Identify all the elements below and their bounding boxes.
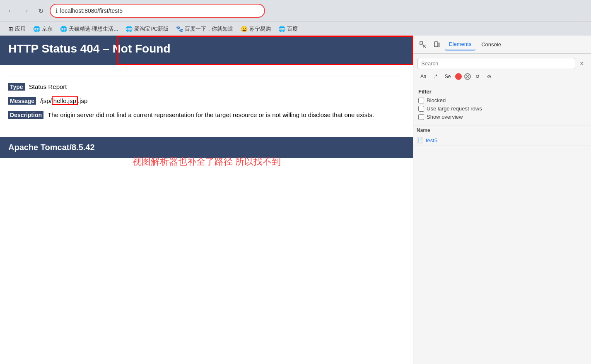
http-title: HTTP Status 404 – Not Found bbox=[8, 42, 171, 55]
message-section: Message /jsp/hello.jsp.jsp bbox=[8, 96, 405, 106]
baidu-icon: 🐾 bbox=[176, 26, 183, 32]
bookmark-label: 苏宁易购 bbox=[249, 25, 271, 33]
devtools-tabs: Elements Console bbox=[413, 36, 591, 54]
bookmark-label: 天猫精选-理想生活... bbox=[69, 25, 118, 33]
suning-icon: 😀 bbox=[241, 26, 248, 32]
bookmark-label: 百度一下，你就知道 bbox=[185, 25, 233, 33]
address-input[interactable] bbox=[60, 7, 259, 14]
filter-large-rows: Use large request rows bbox=[418, 105, 586, 112]
show-overview-checkbox[interactable] bbox=[418, 114, 424, 120]
page-content: HTTP Status 404 – Not Found Type Status … bbox=[0, 36, 413, 364]
forward-button[interactable]: → bbox=[20, 5, 31, 17]
http-page: HTTP Status 404 – Not Found Type Status … bbox=[0, 36, 413, 137]
devtools-panel: Elements Console × Aa .* Se ↺ ⊘ Fil bbox=[413, 36, 591, 364]
address-bar: ℹ bbox=[50, 4, 265, 18]
no-button[interactable]: ⊘ bbox=[484, 72, 494, 81]
info-icon: ℹ bbox=[55, 7, 58, 14]
message-suffix: .jsp bbox=[78, 97, 87, 104]
tab-console[interactable]: Console bbox=[477, 39, 505, 50]
bookmark-suning[interactable]: 😀 苏宁易购 bbox=[237, 24, 274, 34]
bookmark-aitaobao[interactable]: 🌐 爱淘宝PC新版 bbox=[122, 24, 172, 34]
use-regex-button[interactable]: .* bbox=[431, 72, 440, 81]
bookmark-label: 应用 bbox=[15, 25, 26, 33]
file-icon: 📄 bbox=[417, 137, 423, 144]
filter-blocked: Blocked bbox=[418, 97, 586, 103]
search-response-button[interactable]: Se bbox=[442, 72, 454, 81]
message-value: /jsp/hello.jsp.jsp bbox=[40, 97, 87, 104]
globe-icon-4: 🌐 bbox=[278, 26, 285, 32]
description-label: Description bbox=[8, 111, 43, 119]
record-button[interactable] bbox=[455, 73, 462, 80]
bookmarks-bar: ⊞ 应用 🌐 京东 🌐 天猫精选-理想生活... 🌐 爱淘宝PC新版 🐾 百度一… bbox=[0, 22, 591, 36]
main-area: HTTP Status 404 – Not Found Type Status … bbox=[0, 36, 591, 364]
bookmark-baidu2[interactable]: 🌐 百度 bbox=[275, 24, 301, 34]
network-row-test5[interactable]: 📄 test5 bbox=[413, 135, 591, 146]
refresh-button[interactable]: ↺ bbox=[473, 72, 482, 81]
tab-elements[interactable]: Elements bbox=[445, 38, 475, 50]
reload-button[interactable]: ↻ bbox=[35, 5, 46, 17]
network-panel: Name 📄 test5 bbox=[413, 126, 591, 364]
bookmark-label: 百度 bbox=[287, 25, 298, 33]
top-divider bbox=[8, 76, 405, 76]
element-picker-button[interactable] bbox=[417, 38, 429, 51]
type-section: Type Status Report bbox=[8, 82, 405, 92]
apps-icon: ⊞ bbox=[8, 26, 13, 32]
blocked-checkbox[interactable] bbox=[418, 98, 424, 103]
http-body: Type Status Report Message /jsp/hello.js… bbox=[0, 65, 413, 137]
message-highlight: hello.jsp bbox=[52, 96, 78, 105]
description-section: Description The origin server did not fi… bbox=[8, 110, 405, 120]
browser-chrome: ← → ↻ ℹ ⊞ 应用 🌐 京东 🌐 天猫精选-理想生活... 🌐 爱淘宝PC… bbox=[0, 0, 591, 36]
search-input-row: × bbox=[417, 58, 587, 69]
bookmark-jd[interactable]: 🌐 京东 bbox=[30, 24, 56, 34]
search-panel: × Aa .* Se ↺ ⊘ bbox=[413, 54, 591, 85]
clear-button[interactable] bbox=[464, 73, 471, 80]
bottom-divider bbox=[8, 126, 405, 126]
message-prefix: /jsp/ bbox=[40, 97, 52, 104]
filter-section: Filter Blocked Use large request rows Sh… bbox=[413, 85, 591, 126]
http-status-header: HTTP Status 404 – Not Found bbox=[0, 36, 413, 65]
bookmark-label: 京东 bbox=[42, 25, 53, 33]
description-value: The origin server did not find a current… bbox=[48, 111, 374, 118]
col-name-header: Name bbox=[417, 127, 588, 133]
blocked-label: Blocked bbox=[427, 97, 446, 103]
globe-icon-3: 🌐 bbox=[125, 26, 133, 32]
filter-show-overview: Show overview bbox=[418, 114, 586, 120]
search-close-button[interactable]: × bbox=[577, 59, 587, 69]
http-footer: Apache Tomcat/8.5.42 bbox=[0, 137, 413, 158]
network-filename: test5 bbox=[426, 137, 437, 144]
back-button[interactable]: ← bbox=[5, 5, 17, 17]
network-headers: Name bbox=[413, 126, 591, 135]
svg-rect-2 bbox=[438, 43, 440, 46]
match-case-button[interactable]: Aa bbox=[417, 72, 429, 81]
bookmark-baidu[interactable]: 🐾 百度一下，你就知道 bbox=[173, 24, 236, 34]
filter-title: Filter bbox=[418, 89, 586, 95]
large-rows-checkbox[interactable] bbox=[418, 106, 424, 112]
globe-icon-1: 🌐 bbox=[33, 26, 40, 32]
message-label: Message bbox=[8, 97, 36, 105]
bookmark-yingyong[interactable]: ⊞ 应用 bbox=[5, 24, 29, 34]
search-options-row: Aa .* Se ↺ ⊘ bbox=[417, 72, 587, 81]
type-label: Type bbox=[8, 83, 25, 91]
show-overview-label: Show overview bbox=[427, 114, 463, 120]
svg-rect-1 bbox=[434, 42, 438, 47]
device-toggle-button[interactable] bbox=[431, 38, 443, 51]
svg-rect-0 bbox=[420, 42, 422, 44]
search-input[interactable] bbox=[417, 58, 575, 69]
large-rows-label: Use large request rows bbox=[427, 105, 482, 112]
globe-icon-2: 🌐 bbox=[60, 26, 67, 32]
bookmark-label: 爱淘宝PC新版 bbox=[134, 25, 169, 33]
nav-bar: ← → ↻ ℹ bbox=[0, 0, 591, 22]
type-value: Status Report bbox=[29, 83, 67, 90]
bookmark-tmall[interactable]: 🌐 天猫精选-理想生活... bbox=[57, 24, 121, 34]
footer-text: Apache Tomcat/8.5.42 bbox=[8, 143, 95, 152]
